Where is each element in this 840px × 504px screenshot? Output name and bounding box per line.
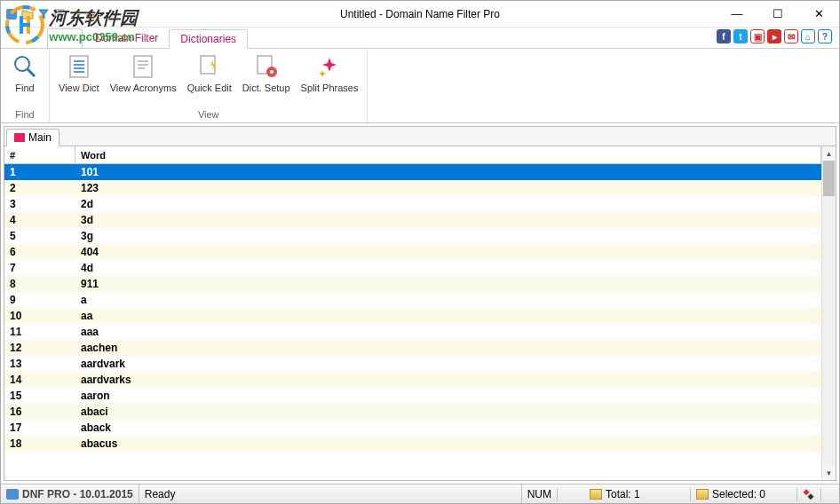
find-button[interactable]: Find <box>6 51 44 108</box>
mail-icon[interactable]: ✉ <box>784 29 798 43</box>
cell-word: aachen <box>75 342 821 354</box>
home-link-icon[interactable]: ⌂ <box>801 29 815 43</box>
quick-edit-button[interactable]: Quick Edit <box>184 51 235 108</box>
view-dict-button[interactable]: View Dict <box>55 51 103 108</box>
svg-line-11 <box>28 69 35 76</box>
facebook-icon[interactable]: f <box>717 29 731 43</box>
workspace-tabs: Main <box>4 127 836 146</box>
column-header-word[interactable]: Word <box>75 146 821 163</box>
svg-point-10 <box>15 57 29 71</box>
cell-word: aaa <box>75 326 821 338</box>
filter-icon[interactable] <box>36 7 51 21</box>
vertical-scrollbar[interactable]: ▲ ▼ <box>821 146 836 480</box>
cell-word: aardvarks <box>75 374 821 386</box>
cell-number: 1 <box>4 166 75 178</box>
rss-icon[interactable]: ▣ <box>750 29 765 43</box>
table-row[interactable]: 74d <box>4 260 821 276</box>
cell-word: 3g <box>75 230 821 242</box>
youtube-icon[interactable]: ▸ <box>767 29 781 43</box>
app-version-label: DNF PRO - 10.01.2015 <box>22 488 133 500</box>
data-grid[interactable]: # Word 1101212332d43d53g640474d89119a10a… <box>4 146 821 480</box>
dropdown-icon[interactable]: ▾ <box>100 7 115 21</box>
folder-selected-icon <box>696 489 709 500</box>
table-row[interactable]: 17aback <box>4 420 821 436</box>
maximize-button[interactable]: ☐ <box>757 2 798 27</box>
quick-access-toolbar: ▾ <box>1 7 115 21</box>
cell-number: 13 <box>4 358 75 370</box>
cell-number: 6 <box>4 246 75 258</box>
table-row[interactable]: 32d <box>4 196 821 212</box>
status-ready: Ready <box>145 488 176 500</box>
minimize-button[interactable]: — <box>717 2 757 27</box>
table-row[interactable]: 18abacus <box>4 436 821 452</box>
cell-word: 3d <box>75 214 821 226</box>
tab-domain-filter[interactable]: Domain Filter <box>84 28 169 48</box>
table-row[interactable]: 16abaci <box>4 404 821 420</box>
cell-number: 7 <box>4 262 75 274</box>
table-row[interactable]: 9a <box>4 292 821 308</box>
app-status-icon <box>6 489 19 500</box>
svg-rect-17 <box>134 56 152 77</box>
table-row[interactable]: 8911 <box>4 276 821 292</box>
table-row[interactable]: 1101 <box>4 164 821 180</box>
scroll-thumb[interactable] <box>823 161 835 196</box>
status-indicator-icon <box>803 488 815 500</box>
file-button[interactable] <box>47 28 83 48</box>
cell-number: 4 <box>4 214 75 226</box>
tab-dictionaries[interactable]: Dictionaries <box>169 29 248 49</box>
document-text-icon <box>129 52 157 81</box>
table-row[interactable]: 53g <box>4 228 821 244</box>
home-icon[interactable] <box>84 7 99 21</box>
table-row[interactable]: 43d <box>4 212 821 228</box>
view-acronyms-button[interactable]: View Acronyms <box>107 51 180 108</box>
status-numlock: NUM <box>527 488 551 500</box>
table-row[interactable]: 2123 <box>4 180 821 196</box>
table-row[interactable]: 12aachen <box>4 340 821 356</box>
list-icon[interactable] <box>52 7 67 21</box>
ribbon-tabs: Domain Filter Dictionaries f t ▣ ▸ ✉ ⌂ ? <box>1 28 839 49</box>
scroll-track[interactable] <box>822 161 836 466</box>
scroll-down-button[interactable]: ▼ <box>822 466 836 480</box>
tab-main[interactable]: Main <box>6 129 59 146</box>
cell-number: 12 <box>4 342 75 354</box>
scroll-up-button[interactable]: ▲ <box>822 146 836 161</box>
cell-word: abaci <box>75 406 821 418</box>
table-row[interactable]: 10aa <box>4 308 821 324</box>
document-lines-icon <box>65 52 93 81</box>
cell-word: 911 <box>75 278 821 290</box>
cell-number: 3 <box>4 198 75 210</box>
table-row[interactable]: 6404 <box>4 244 821 260</box>
status-bar: DNF PRO - 10.01.2015 Ready NUM Total: 1 … <box>1 484 839 503</box>
cell-number: 18 <box>4 437 75 450</box>
table-row[interactable]: 11aaa <box>4 324 821 340</box>
cell-number: 8 <box>4 278 75 290</box>
cell-word: aardvark <box>75 358 821 370</box>
table-row[interactable]: 15aaron <box>4 388 821 404</box>
open-icon[interactable] <box>20 7 35 21</box>
grid-icon <box>14 133 25 142</box>
window-title: Untitled - Domain Name Filter Pro <box>340 8 500 20</box>
bolt-icon[interactable] <box>68 7 83 21</box>
pencil-bolt-icon <box>195 52 224 81</box>
table-row[interactable]: 14aardvarks <box>4 372 821 388</box>
help-icon[interactable]: ? <box>818 29 832 43</box>
cell-number: 10 <box>4 310 75 322</box>
close-button[interactable]: ✕ <box>798 2 839 27</box>
twitter-icon[interactable]: t <box>733 29 748 43</box>
svg-rect-27 <box>807 493 813 500</box>
cell-word: 123 <box>75 182 821 194</box>
document-gear-icon <box>252 52 281 81</box>
cell-word: aa <box>75 310 821 322</box>
table-row[interactable]: 13aardvark <box>4 356 821 372</box>
split-phrases-button[interactable]: Split Phrases <box>297 51 362 108</box>
cell-number: 15 <box>4 390 75 402</box>
dict-setup-button[interactable]: Dict. Setup <box>239 51 294 108</box>
cell-word: abacus <box>75 437 821 450</box>
cell-number: 17 <box>4 421 75 434</box>
ribbon-group-view: View Dict View Acronyms Quick Edit Dict.… <box>50 49 368 122</box>
ribbon-bar: Find Find View Dict View Acronyms Quick … <box>1 49 839 123</box>
status-selected: Selected: 0 <box>712 488 765 500</box>
status-total: Total: 1 <box>606 488 640 500</box>
column-header-number[interactable]: # <box>4 146 75 163</box>
ribbon-group-find: Find Find <box>1 49 50 122</box>
